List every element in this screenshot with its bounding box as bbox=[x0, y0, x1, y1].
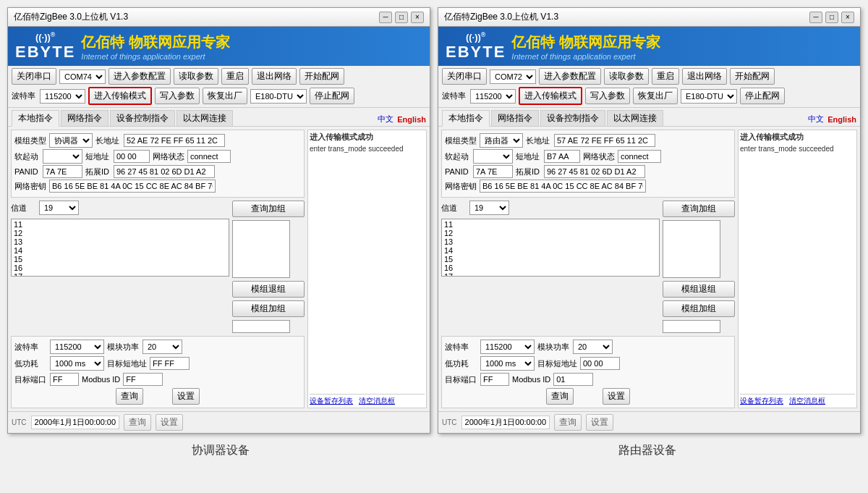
right-join-group-btn[interactable]: 模组加组 bbox=[663, 300, 735, 317]
left-extend-id-input[interactable] bbox=[114, 165, 215, 178]
right-exit-network-btn[interactable]: 退出网络 bbox=[682, 68, 727, 85]
left-modbus-input[interactable] bbox=[123, 373, 163, 386]
right-com-select[interactable]: COM72 bbox=[490, 69, 536, 84]
left-reset-btn[interactable]: 重启 bbox=[221, 68, 249, 85]
left-module-type-select[interactable]: 协调器 bbox=[49, 133, 93, 148]
right-modbus-input[interactable] bbox=[553, 373, 593, 386]
right-close-port-btn[interactable]: 关闭串口 bbox=[442, 68, 487, 85]
left-set-btn[interactable]: 设置 bbox=[172, 388, 200, 405]
left-channel-item-17[interactable]: 17 bbox=[12, 272, 228, 277]
right-extend-id-input[interactable] bbox=[544, 165, 645, 178]
left-channel-item-12[interactable]: 12 bbox=[12, 229, 228, 237]
right-channel-item-17[interactable]: 17 bbox=[443, 272, 658, 277]
right-tab-network[interactable]: 网络指令 bbox=[491, 110, 539, 126]
left-lang-zh[interactable]: 中文 bbox=[378, 114, 393, 125]
right-module-type-select[interactable]: 路由器 bbox=[480, 133, 523, 148]
right-enter-config-btn[interactable]: 进入参数配置 bbox=[539, 68, 601, 85]
right-baud-select[interactable]: 115200 bbox=[470, 89, 516, 104]
right-param-power-select[interactable]: 20 bbox=[573, 340, 613, 354]
left-panid-input[interactable] bbox=[43, 165, 82, 178]
right-channel-item-11[interactable]: 11 bbox=[443, 220, 658, 229]
left-exit-network-btn[interactable]: 退出网络 bbox=[252, 68, 297, 85]
left-low-power-select[interactable]: 1000 ms bbox=[50, 356, 104, 371]
left-long-addr-input[interactable] bbox=[124, 134, 225, 147]
right-channel-item-16[interactable]: 16 bbox=[443, 264, 658, 272]
right-exit-group-btn[interactable]: 模组退组 bbox=[663, 281, 735, 298]
right-group-input[interactable] bbox=[663, 320, 720, 333]
left-channel-item-16[interactable]: 16 bbox=[12, 264, 228, 272]
left-stop-config-btn[interactable]: 停止配网 bbox=[310, 88, 354, 104]
left-minimize-btn[interactable]: ─ bbox=[379, 12, 392, 23]
left-param-power-select[interactable]: 20 bbox=[142, 340, 182, 354]
right-channel-item-14[interactable]: 14 bbox=[443, 246, 658, 255]
right-tab-ethernet[interactable]: 以太网连接 bbox=[607, 110, 663, 126]
right-lang-en[interactable]: English bbox=[827, 115, 856, 124]
left-join-group-btn[interactable]: 模组加组 bbox=[232, 300, 305, 317]
right-write-params-btn[interactable]: 写入参数 bbox=[585, 88, 630, 104]
left-read-params-btn[interactable]: 读取参数 bbox=[174, 68, 218, 85]
right-param-baud-select[interactable]: 115200 bbox=[480, 340, 535, 354]
left-restore-btn[interactable]: 恢复出厂 bbox=[203, 88, 247, 104]
right-target-short-input[interactable] bbox=[580, 357, 620, 370]
right-group-listbox[interactable] bbox=[663, 220, 720, 278]
left-exit-group-btn[interactable]: 模组退组 bbox=[232, 281, 305, 298]
right-net-key-input[interactable] bbox=[480, 180, 646, 193]
right-device-list-link[interactable]: 设备暂存列表 bbox=[740, 396, 783, 406]
left-enter-config-btn[interactable]: 进入参数配置 bbox=[109, 68, 171, 85]
right-maximize-btn[interactable]: □ bbox=[825, 12, 838, 23]
left-maximize-btn[interactable]: □ bbox=[395, 12, 408, 23]
right-tab-local[interactable]: 本地指令 bbox=[442, 110, 490, 127]
left-start-config-btn[interactable]: 开始配网 bbox=[299, 68, 344, 85]
right-short-addr-input[interactable] bbox=[544, 150, 580, 163]
left-channel-item-14[interactable]: 14 bbox=[12, 246, 228, 255]
left-lang-en[interactable]: English bbox=[397, 115, 426, 124]
left-channel-item-13[interactable]: 13 bbox=[12, 237, 228, 246]
right-start-config-btn[interactable]: 开始配网 bbox=[730, 68, 775, 85]
left-channel-item-15[interactable]: 15 bbox=[12, 255, 228, 264]
right-tab-device-ctrl[interactable]: 设备控制指令 bbox=[540, 110, 605, 126]
left-utc-set-btn[interactable]: 设置 bbox=[156, 414, 183, 431]
right-target-port-input[interactable] bbox=[480, 373, 509, 386]
left-group-input[interactable] bbox=[232, 320, 290, 333]
right-channel-item-15[interactable]: 15 bbox=[443, 255, 658, 264]
right-net-status-input[interactable] bbox=[618, 150, 661, 163]
right-soft-start-select[interactable] bbox=[473, 149, 513, 164]
right-panid-input[interactable] bbox=[473, 165, 513, 178]
left-close-port-btn[interactable]: 关闭串口 bbox=[12, 68, 56, 85]
left-tab-network[interactable]: 网络指令 bbox=[61, 110, 109, 126]
right-utc-set-btn[interactable]: 设置 bbox=[586, 414, 613, 431]
right-set-btn[interactable]: 设置 bbox=[603, 388, 630, 405]
right-reset-btn[interactable]: 重启 bbox=[652, 68, 679, 85]
right-channel-listbox[interactable]: 11 12 13 14 15 16 17 18 bbox=[441, 219, 660, 277]
right-query-group-btn[interactable]: 查询加组 bbox=[663, 201, 735, 217]
right-enter-transfer-btn[interactable]: 进入传输模式 bbox=[519, 87, 582, 105]
left-com-select[interactable]: COM74 bbox=[59, 69, 106, 84]
left-channel-listbox[interactable]: 11 12 13 14 15 16 17 18 bbox=[11, 219, 229, 277]
left-net-status-input[interactable] bbox=[187, 150, 231, 163]
left-short-addr-input[interactable] bbox=[114, 150, 150, 163]
left-group-listbox[interactable] bbox=[232, 220, 290, 278]
right-minimize-btn[interactable]: ─ bbox=[809, 12, 822, 23]
right-model-select[interactable]: E180-DTU bbox=[681, 89, 737, 104]
left-close-btn[interactable]: × bbox=[411, 12, 424, 23]
right-low-power-select[interactable]: 1000 ms bbox=[480, 356, 535, 371]
right-clear-log-link[interactable]: 清空消息框 bbox=[789, 396, 825, 406]
right-lang-zh[interactable]: 中文 bbox=[808, 114, 824, 125]
left-tab-local[interactable]: 本地指令 bbox=[12, 110, 59, 127]
left-utc-query-btn[interactable]: 查询 bbox=[124, 414, 151, 431]
left-net-key-input[interactable] bbox=[49, 180, 216, 193]
left-query-group-btn[interactable]: 查询加组 bbox=[232, 201, 305, 217]
right-channel-select[interactable]: 19 bbox=[469, 201, 509, 215]
left-target-short-input[interactable] bbox=[150, 357, 190, 370]
right-channel-item-12[interactable]: 12 bbox=[443, 229, 658, 237]
right-stop-config-btn[interactable]: 停止配网 bbox=[740, 88, 785, 104]
right-long-addr-input[interactable] bbox=[554, 134, 655, 147]
left-write-params-btn[interactable]: 写入参数 bbox=[155, 88, 200, 104]
left-tab-device-ctrl[interactable]: 设备控制指令 bbox=[110, 110, 175, 126]
left-clear-log-link[interactable]: 清空消息框 bbox=[359, 396, 395, 406]
left-channel-item-11[interactable]: 11 bbox=[12, 220, 228, 229]
right-query-btn[interactable]: 查询 bbox=[546, 388, 574, 405]
right-restore-btn[interactable]: 恢复出厂 bbox=[633, 88, 678, 104]
left-baud-select[interactable]: 115200 bbox=[40, 89, 85, 104]
left-device-list-link[interactable]: 设备暂存列表 bbox=[310, 396, 353, 406]
